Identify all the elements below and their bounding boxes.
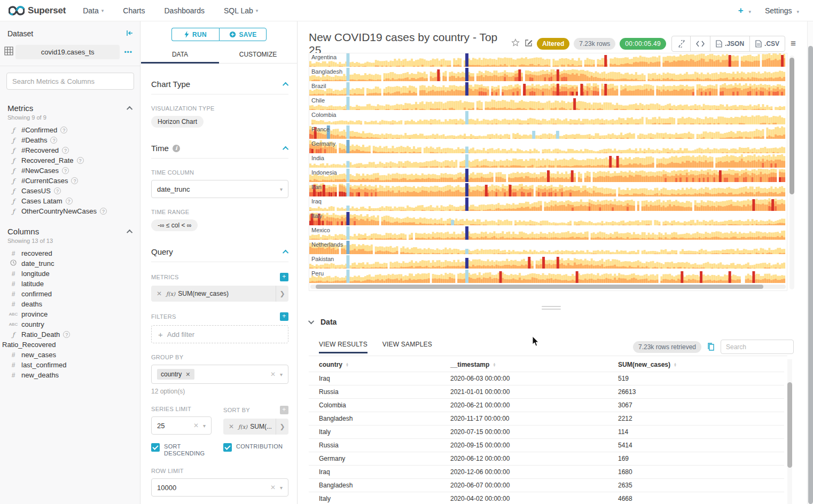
metric-item-newcases[interactable]: ƒ#NewCases? bbox=[0, 166, 140, 176]
metric-item-cases-latam[interactable]: ƒCases Latam? bbox=[0, 196, 140, 206]
table-vertical-scrollbar[interactable] bbox=[787, 359, 792, 504]
nav-item-dashboards[interactable]: Dashboards bbox=[155, 0, 215, 21]
panel-resize-handle[interactable] bbox=[542, 306, 561, 311]
sort-icon[interactable]: ▲▼ bbox=[674, 363, 677, 367]
scrollbar-thumb[interactable] bbox=[787, 382, 792, 468]
horizon-row-brazil[interactable]: Brazil bbox=[309, 82, 787, 97]
altered-badge[interactable]: Altered bbox=[537, 38, 569, 50]
scrollbar-thumb[interactable] bbox=[789, 58, 794, 194]
collapse-panel-icon[interactable] bbox=[126, 29, 134, 38]
sort-descending-checkbox[interactable] bbox=[151, 443, 160, 452]
table-row[interactable]: Germany2020-06-12 00:00:00169 bbox=[309, 452, 784, 465]
horizon-row-colombia[interactable]: Colombia bbox=[309, 111, 787, 125]
table-row[interactable]: Bangladesh2020-11-17 00:00:002212 bbox=[309, 412, 784, 425]
horizon-chart[interactable]: ArgentinaBangladeshBrazilChileColombiaFr… bbox=[309, 53, 787, 291]
chevron-right-icon[interactable]: ❯ bbox=[276, 286, 288, 302]
add-sortby-button[interactable]: + bbox=[280, 406, 288, 414]
sortby-pill[interactable]: ✕ ƒ(x) SUM(... ❯ bbox=[223, 419, 288, 435]
horizon-row-italy[interactable]: Italy bbox=[309, 212, 787, 226]
metric-item-recovered[interactable]: ƒ#Recovered? bbox=[0, 145, 140, 155]
horizon-row-bangladesh[interactable]: Bangladesh bbox=[309, 68, 787, 82]
groupby-tag-country[interactable]: country✕ bbox=[157, 369, 194, 380]
chevron-down-icon[interactable] bbox=[308, 318, 314, 324]
horizon-row-netherlands[interactable]: Netherlands bbox=[309, 241, 787, 255]
nav-item-data[interactable]: Data▾ bbox=[73, 0, 113, 21]
column-item-longitude[interactable]: #longitude bbox=[0, 269, 140, 279]
tab-view-results[interactable]: VIEW RESULTS bbox=[319, 341, 368, 353]
table-row[interactable]: Iraq2020-06-03 00:00:00519 bbox=[309, 372, 784, 385]
sort-icon[interactable]: ▲▼ bbox=[493, 363, 496, 367]
table-row[interactable]: Colombia2020-06-21 00:00:003067 bbox=[309, 398, 784, 412]
nav-item-charts[interactable]: Charts bbox=[113, 0, 154, 21]
viz-type-value[interactable]: Horizon Chart bbox=[151, 116, 204, 128]
clear-icon[interactable]: ✕ bbox=[193, 422, 199, 429]
horizon-row-pakistan[interactable]: Pakistan bbox=[309, 255, 787, 270]
time-column-select[interactable]: date_trunc▾ bbox=[151, 180, 288, 198]
contribution-checkbox[interactable] bbox=[223, 443, 232, 452]
row-limit-select[interactable]: 10000 ✕ ▾ bbox=[151, 478, 288, 497]
favorite-star-icon[interactable] bbox=[511, 38, 520, 49]
metric-pill[interactable]: ✕ ƒ(x) SUM(new_cases) ❯ bbox=[151, 286, 288, 302]
dataset-name[interactable]: covid19.cases_ts bbox=[15, 45, 120, 59]
horizon-row-iran[interactable]: Iran bbox=[309, 183, 787, 198]
scrollbar-thumb[interactable] bbox=[316, 285, 763, 289]
horizon-row-argentina[interactable]: Argentina bbox=[309, 53, 787, 68]
column-item-recovered[interactable]: #recovered bbox=[0, 248, 140, 258]
embed-code-button[interactable] bbox=[691, 36, 710, 51]
remove-tag-icon[interactable]: ✕ bbox=[185, 371, 190, 378]
export-json-button[interactable]: .JSON bbox=[710, 36, 750, 51]
column-item-latitude[interactable]: #latitude bbox=[0, 279, 140, 289]
column-item-confirmed[interactable]: #confirmed bbox=[0, 289, 140, 299]
table-row[interactable]: Iraq2020-12-06 00:00:001680 bbox=[309, 465, 784, 478]
copy-data-icon[interactable] bbox=[707, 343, 715, 351]
column-header-sum-new-cases[interactable]: SUM(new_cases)▲▼ bbox=[618, 361, 784, 368]
metric-item-recovered-rate[interactable]: ƒRecovered_Rate? bbox=[0, 155, 140, 166]
copy-link-button[interactable] bbox=[672, 36, 691, 51]
horizon-row-india[interactable]: India bbox=[309, 154, 787, 169]
superset-logo[interactable]: Superset bbox=[0, 5, 73, 16]
settings-menu[interactable]: Settings ▾ bbox=[765, 6, 799, 15]
chevron-right-icon[interactable]: ❯ bbox=[276, 419, 288, 435]
horizon-row-chile[interactable]: Chile bbox=[309, 97, 787, 111]
clear-icon[interactable]: ✕ bbox=[270, 371, 276, 378]
series-limit-select[interactable]: 25 ✕ ▾ bbox=[151, 416, 212, 435]
column-item-ratio-recovered[interactable]: Ratio_Recovered bbox=[0, 340, 140, 350]
column-item-new-cases[interactable]: #new_cases bbox=[0, 350, 140, 360]
column-header-country[interactable]: country▲▼ bbox=[319, 361, 450, 368]
horizon-row-mexico[interactable]: Mexico bbox=[309, 226, 787, 241]
column-item-new-deaths[interactable]: #new_deaths bbox=[0, 370, 140, 380]
sort-icon[interactable]: ▲▼ bbox=[346, 363, 349, 367]
column-header-timestamp[interactable]: __timestamp▲▼ bbox=[450, 361, 618, 368]
add-filter-plus-button[interactable]: + bbox=[280, 312, 288, 321]
horizon-row-germany[interactable]: Germany bbox=[309, 140, 787, 154]
column-item-last-confirmed[interactable]: #last_confirmed bbox=[0, 360, 140, 370]
save-button[interactable]: SAVE bbox=[219, 28, 267, 41]
horizon-row-iraq[interactable]: Iraq bbox=[309, 198, 787, 212]
table-row[interactable]: Italy2020-07-15 00:00:00114 bbox=[309, 425, 784, 438]
results-search-input[interactable] bbox=[721, 340, 794, 354]
edit-title-icon[interactable] bbox=[525, 39, 533, 49]
chevron-up-icon[interactable] bbox=[283, 249, 288, 255]
add-filter-box[interactable]: + Add filter bbox=[151, 325, 288, 343]
metric-item-casesus[interactable]: ƒCasesUS? bbox=[0, 186, 140, 196]
tab-view-samples[interactable]: VIEW SAMPLES bbox=[382, 341, 432, 353]
export-csv-button[interactable]: .CSV bbox=[750, 36, 785, 51]
column-item-country[interactable]: ABCcountry bbox=[0, 319, 140, 329]
dataset-options-icon[interactable]: ••• bbox=[122, 49, 135, 56]
time-range-value[interactable]: -∞ ≤ col < ∞ bbox=[151, 219, 198, 231]
column-item-ratio-death[interactable]: ƒRatio_Death? bbox=[0, 329, 140, 340]
metric-item-confirmed[interactable]: ƒ#Confirmed? bbox=[0, 125, 140, 135]
chart-menu-icon[interactable]: ≡ bbox=[791, 38, 796, 49]
page-scrollbar[interactable] bbox=[807, 21, 813, 504]
clear-icon[interactable]: ✕ bbox=[270, 484, 276, 491]
horizon-row-france[interactable]: France bbox=[309, 125, 787, 140]
run-button[interactable]: RUN bbox=[171, 28, 219, 41]
horizon-row-indonesia[interactable]: Indonesia bbox=[309, 169, 787, 183]
column-item-deaths[interactable]: #deaths bbox=[0, 299, 140, 309]
metric-item-othercountrynewcases[interactable]: ƒOtherCountryNewCases? bbox=[0, 206, 140, 216]
table-row[interactable]: Bangladesh2020-06-07 00:00:002635 bbox=[309, 478, 784, 492]
horizon-row-peru[interactable]: Peru bbox=[309, 270, 787, 284]
chevron-up-icon[interactable] bbox=[283, 146, 288, 152]
column-item-province[interactable]: ABCprovince bbox=[0, 309, 140, 319]
metric-item-currentcases[interactable]: ƒ#CurrentCases? bbox=[0, 176, 140, 186]
